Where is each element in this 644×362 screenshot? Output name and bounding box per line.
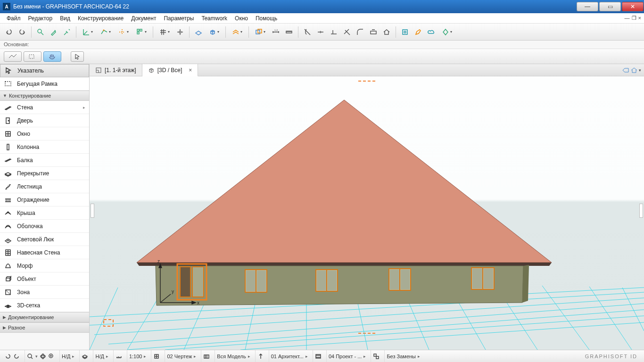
fillet-button[interactable] [354, 26, 366, 38]
menu-editor[interactable]: Редактор [25, 14, 57, 23]
pick-button[interactable] [34, 26, 47, 38]
snap-point-button[interactable] [97, 26, 114, 38]
toolbox-section-design[interactable]: ▼ Конструирование [0, 90, 89, 101]
level-button[interactable] [229, 26, 246, 38]
tab-close-icon[interactable]: × [189, 67, 192, 74]
adjust-button[interactable] [328, 26, 340, 38]
model-icon[interactable] [203, 353, 210, 360]
status-project[interactable]: 04 Проект - ... [326, 350, 368, 362]
tool-object[interactable]: Объект [0, 272, 89, 286]
split-button[interactable] [314, 26, 327, 38]
right-handle[interactable] [639, 204, 643, 218]
tool-roof[interactable]: Крыша [0, 206, 89, 220]
inject-button[interactable] [61, 26, 73, 38]
ruler-button[interactable] [283, 26, 295, 38]
fit-icon[interactable] [48, 353, 55, 360]
tool-marquee[interactable]: Бегущая Рамка [0, 77, 89, 90]
edit-button[interactable] [412, 26, 424, 38]
wall-icon [4, 103, 12, 112]
intersect-button[interactable] [341, 26, 353, 38]
guide-line-button[interactable] [115, 26, 132, 38]
tool-skylight[interactable]: Световой Люк [0, 233, 89, 246]
redo-small-icon[interactable] [13, 353, 20, 360]
trim-button[interactable] [301, 26, 314, 38]
origin-button[interactable] [174, 26, 186, 38]
mode-pan-button[interactable] [43, 51, 61, 62]
grid-button[interactable] [156, 26, 173, 38]
tool-zone[interactable]: Зона [0, 286, 89, 299]
left-handle[interactable] [91, 204, 94, 218]
tool-curtainwall[interactable]: Навесная Стена [0, 246, 89, 259]
trace-button[interactable] [252, 26, 269, 38]
plane-button[interactable] [192, 26, 205, 38]
replace-icon[interactable] [373, 353, 380, 360]
pen-icon[interactable] [153, 353, 160, 360]
dropdown-icon[interactable]: ▾ [639, 68, 641, 73]
scale-icon[interactable] [116, 353, 122, 360]
3d-viewport[interactable]: z x y [90, 76, 644, 350]
tool-column[interactable]: Колонна [0, 140, 89, 154]
snap-grid-button[interactable] [133, 26, 150, 38]
tool-mesh[interactable]: 3D-сетка [0, 299, 89, 312]
status-scale[interactable]: 1:100 [127, 350, 149, 362]
menu-document[interactable]: Документ [127, 14, 160, 23]
tool-wall[interactable]: Стена▸ [0, 101, 89, 114]
dim-button[interactable]: 1.2 [270, 26, 282, 38]
tab-floorplan[interactable]: [1. 1-й этаж] [90, 64, 142, 76]
film-icon[interactable] [315, 353, 322, 360]
tool-slab[interactable]: Перекрытие [0, 167, 89, 180]
diamond-button[interactable] [438, 26, 455, 38]
status-nd2[interactable]: Н/Д [93, 350, 110, 362]
close-button[interactable]: ✕ [622, 2, 644, 11]
tool-door[interactable]: Дверь [0, 114, 89, 127]
tab-3d[interactable]: [3D / Все] × [142, 64, 198, 76]
resize-button[interactable] [367, 26, 380, 38]
home-icon[interactable] [630, 66, 638, 74]
tool-pointer[interactable]: Указатель [0, 64, 89, 77]
mdi-restore-icon[interactable]: ❐ [632, 15, 636, 21]
mode-orbit-button[interactable] [4, 51, 22, 62]
status-drawing[interactable]: 02 Чертеж [165, 350, 198, 362]
toolbox-section-document[interactable]: ▶ Документирование [0, 312, 89, 322]
svg-rect-66 [472, 269, 482, 288]
filter-icon[interactable] [257, 353, 264, 360]
status-nd1[interactable]: Н/Д [59, 350, 76, 362]
home-button[interactable] [380, 26, 393, 38]
status-arch[interactable]: 01 Архитект... [269, 350, 310, 362]
status-replace[interactable]: Без Замены [384, 350, 422, 362]
tool-railing[interactable]: Ограждение [0, 193, 89, 206]
eyedropper-button[interactable] [48, 26, 60, 38]
tool-window[interactable]: Окно [0, 127, 89, 140]
bim-button[interactable] [399, 26, 411, 38]
redo-button[interactable] [16, 26, 28, 38]
toolbox-section-misc[interactable]: ▶ Разное [0, 322, 89, 333]
menu-design[interactable]: Конструирование [74, 14, 127, 23]
cloud-button[interactable] [425, 26, 438, 38]
menu-file[interactable]: Файл [3, 14, 25, 23]
tool-shell[interactable]: Оболочка [0, 220, 89, 233]
cube-button[interactable] [206, 26, 223, 38]
menu-options[interactable]: Параметры [160, 14, 198, 23]
menu-view[interactable]: Вид [56, 14, 74, 23]
undo-small-icon[interactable] [5, 353, 11, 360]
mdi-minimize-icon[interactable]: — [625, 15, 630, 21]
zoom-dropdown-icon[interactable]: ▾ [35, 354, 38, 359]
guide-angle-button[interactable] [79, 26, 96, 38]
mode-select-button[interactable] [24, 51, 41, 62]
tool-morph[interactable]: Морф [0, 259, 89, 272]
tool-beam[interactable]: Балка [0, 154, 89, 167]
zoom-icon[interactable] [27, 353, 33, 360]
mdi-close-icon[interactable]: × [638, 15, 641, 21]
tool-stair[interactable]: Лестница [0, 180, 89, 193]
menu-window[interactable]: Окно [231, 14, 252, 23]
minimize-button[interactable]: — [577, 2, 598, 11]
undo-button[interactable] [3, 26, 15, 38]
orbit-icon[interactable] [40, 353, 46, 360]
status-model[interactable]: Вся Модель [215, 350, 252, 362]
mode-arrow-button[interactable] [71, 51, 84, 62]
menu-help[interactable]: Помощь [252, 14, 281, 23]
layers-icon[interactable] [82, 353, 88, 360]
menu-teamwork[interactable]: Teamwork [198, 14, 231, 23]
maximize-button[interactable]: ▭ [599, 2, 621, 11]
navigator-icon[interactable] [622, 66, 629, 74]
